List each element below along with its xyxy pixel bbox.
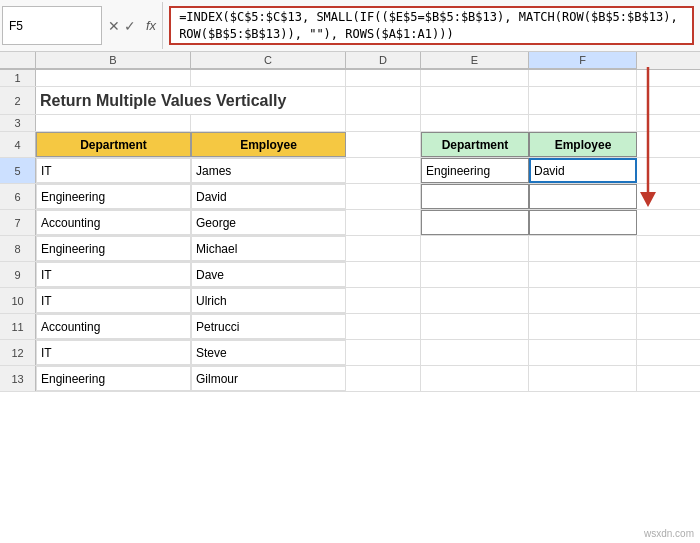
row-num-13: 13 — [0, 366, 36, 391]
fx-label: fx — [140, 2, 163, 49]
row-num-12: 12 — [0, 340, 36, 365]
cell-e6-right[interactable] — [421, 184, 529, 209]
cell-b12[interactable]: IT — [36, 340, 191, 365]
col-header-e[interactable]: E — [421, 52, 529, 69]
cancel-icon[interactable]: ✕ — [108, 18, 120, 34]
cell-c3[interactable] — [191, 115, 346, 131]
row-10: 10 IT Ulrich — [0, 288, 700, 314]
cell-c11[interactable]: Petrucci — [191, 314, 346, 339]
cell-f1[interactable] — [529, 70, 637, 86]
cell-f7-right[interactable] — [529, 210, 637, 235]
cell-f3[interactable] — [529, 115, 637, 131]
cell-f11[interactable] — [529, 314, 637, 339]
cell-d6[interactable] — [346, 184, 421, 209]
cell-b10[interactable]: IT — [36, 288, 191, 313]
row-2: 2 Return Multiple Values Vertically — [0, 87, 700, 115]
cell-e3[interactable] — [421, 115, 529, 131]
formula-icons: ✕ ✓ — [104, 2, 140, 49]
cell-e12[interactable] — [421, 340, 529, 365]
cell-b2-title[interactable]: Return Multiple Values Vertically — [36, 87, 346, 114]
emp-header-label: Employee — [240, 138, 297, 152]
cell-d11[interactable] — [346, 314, 421, 339]
cell-d7[interactable] — [346, 210, 421, 235]
cell-e5-right[interactable]: Engineering — [421, 158, 529, 183]
row-num-1: 1 — [0, 70, 36, 86]
col-header-c[interactable]: C — [191, 52, 346, 69]
spreadsheet: B C D E F 1 2 Return Multiple Values Ver… — [0, 52, 700, 392]
cell-e13[interactable] — [421, 366, 529, 391]
cell-f6-right[interactable] — [529, 184, 637, 209]
cell-c8[interactable]: Michael — [191, 236, 346, 261]
cell-d12[interactable] — [346, 340, 421, 365]
row-6: 6 Engineering David — [0, 184, 700, 210]
cell-c13[interactable]: Gilmour — [191, 366, 346, 391]
formula-input[interactable]: =INDEX($C$5:$C$13, SMALL(IF(($E$5=$B$5:$… — [169, 6, 694, 45]
row-num-2: 2 — [0, 87, 36, 114]
row-num-10: 10 — [0, 288, 36, 313]
cell-d10[interactable] — [346, 288, 421, 313]
col-header-b[interactable]: B — [36, 52, 191, 69]
cell-b11[interactable]: Accounting — [36, 314, 191, 339]
cell-d2[interactable] — [346, 87, 421, 114]
cell-c12[interactable]: Steve — [191, 340, 346, 365]
cell-d13[interactable] — [346, 366, 421, 391]
right-emp-header: Employee — [555, 138, 612, 152]
row-8: 8 Engineering Michael — [0, 236, 700, 262]
cell-d5[interactable] — [346, 158, 421, 183]
cell-b1[interactable] — [36, 70, 191, 86]
cell-e8[interactable] — [421, 236, 529, 261]
cell-f5-selected[interactable]: David — [529, 158, 637, 183]
row-12: 12 IT Steve — [0, 340, 700, 366]
cell-e10[interactable] — [421, 288, 529, 313]
cell-b7[interactable]: Accounting — [36, 210, 191, 235]
cell-b6[interactable]: Engineering — [36, 184, 191, 209]
cell-f4-right-emp[interactable]: Employee — [529, 132, 637, 157]
row-9: 9 IT Dave — [0, 262, 700, 288]
row-3: 3 — [0, 115, 700, 132]
cell-e9[interactable] — [421, 262, 529, 287]
cell-f2[interactable] — [529, 87, 637, 114]
cell-e2[interactable] — [421, 87, 529, 114]
cell-e11[interactable] — [421, 314, 529, 339]
cell-f12[interactable] — [529, 340, 637, 365]
row-num-8: 8 — [0, 236, 36, 261]
row-7: 7 Accounting George — [0, 210, 700, 236]
col-header-f[interactable]: F — [529, 52, 637, 69]
cell-b8[interactable]: Engineering — [36, 236, 191, 261]
cell-c9[interactable]: Dave — [191, 262, 346, 287]
dept-header-label: Department — [80, 138, 147, 152]
row-num-11: 11 — [0, 314, 36, 339]
cell-d3[interactable] — [346, 115, 421, 131]
cell-c7[interactable]: George — [191, 210, 346, 235]
cell-d9[interactable] — [346, 262, 421, 287]
cell-c1[interactable] — [191, 70, 346, 86]
cell-d4[interactable] — [346, 132, 421, 157]
row-num-6: 6 — [0, 184, 36, 209]
row-4: 4 Department Employee Department Employe… — [0, 132, 700, 158]
cell-f9[interactable] — [529, 262, 637, 287]
cell-b13[interactable]: Engineering — [36, 366, 191, 391]
cell-d1[interactable] — [346, 70, 421, 86]
cell-b4-dept-header[interactable]: Department — [36, 132, 191, 157]
right-dept-header: Department — [442, 138, 509, 152]
cell-d8[interactable] — [346, 236, 421, 261]
cell-f10[interactable] — [529, 288, 637, 313]
cell-c6[interactable]: David — [191, 184, 346, 209]
cell-b5[interactable]: IT — [36, 158, 191, 183]
page-title: Return Multiple Values Vertically — [40, 92, 286, 110]
cell-c4-emp-header[interactable]: Employee — [191, 132, 346, 157]
cell-f13[interactable] — [529, 366, 637, 391]
row-num-3: 3 — [0, 115, 36, 131]
cell-e4-right-dept[interactable]: Department — [421, 132, 529, 157]
cell-f8[interactable] — [529, 236, 637, 261]
cell-e1[interactable] — [421, 70, 529, 86]
name-box[interactable]: F5 — [2, 6, 102, 45]
cell-c5[interactable]: James — [191, 158, 346, 183]
watermark: wsxdn.com — [644, 528, 694, 539]
confirm-icon[interactable]: ✓ — [124, 18, 136, 34]
col-header-d[interactable]: D — [346, 52, 421, 69]
cell-e7-right[interactable] — [421, 210, 529, 235]
cell-b3[interactable] — [36, 115, 191, 131]
cell-b9[interactable]: IT — [36, 262, 191, 287]
cell-c10[interactable]: Ulrich — [191, 288, 346, 313]
